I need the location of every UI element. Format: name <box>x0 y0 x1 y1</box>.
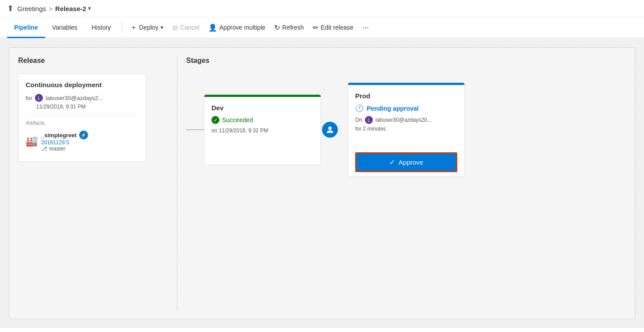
prod-user-avatar: L <box>365 116 373 124</box>
tab-history[interactable]: History <box>84 18 118 38</box>
artifact-badge: ⚡ <box>79 131 88 139</box>
tab-pipeline[interactable]: Pipeline <box>7 18 45 38</box>
breadcrumb-separator: > <box>49 5 53 12</box>
dev-meta: on 11/29/2018, 9:32 PM <box>211 127 314 134</box>
release-name: Release-2 <box>55 5 86 12</box>
edit-release-label: Edit release <box>321 24 353 31</box>
check-icon: ✓ <box>389 158 395 166</box>
artifact-icon: 🏭 <box>26 135 38 147</box>
prod-card-body: Prod 🕐 Pending approval On L labuser30@a… <box>348 85 464 142</box>
cancel-icon: ⊘ <box>172 23 178 32</box>
breadcrumb-project[interactable]: Greetings <box>17 5 46 12</box>
stages-column: Stages Dev ✓ Succeeded on 11/29/2018, 9:… <box>177 57 626 310</box>
release-card-user: for L labuser30@azdays2... <box>26 94 139 102</box>
tab-pipeline-label: Pipeline <box>14 24 38 31</box>
cancel-label: Cancel <box>180 24 199 31</box>
release-date: 11/29/2018, 9:31 PM <box>26 104 139 110</box>
main-canvas: Release Continuous deployment for L labu… <box>0 39 644 328</box>
edit-release-button[interactable]: ✏ Edit release <box>308 21 358 35</box>
approver-avatar <box>321 121 339 139</box>
release-card: Continuous deployment for L labuser30@az… <box>18 73 146 162</box>
stage-card-prod: Prod 🕐 Pending approval On L labuser30@a… <box>348 82 465 177</box>
artifacts-label: Artifacts <box>26 120 139 126</box>
refresh-button[interactable]: ↻ Refresh <box>270 21 308 35</box>
tab-variables[interactable]: Variables <box>45 18 84 38</box>
cancel-button[interactable]: ⊘ Cancel <box>168 21 204 35</box>
success-icon: ✓ <box>211 116 219 124</box>
artifact-branch: ⎇ master <box>41 146 88 152</box>
breadcrumb: ⬆ Greetings > Release-2 ▾ <box>0 0 644 17</box>
approve-button[interactable]: ✓ Approve <box>355 152 457 172</box>
on-label: On <box>355 117 362 123</box>
user-avatar: L <box>35 94 43 102</box>
prod-stage-name: Prod <box>355 92 457 100</box>
svg-point-0 <box>328 127 331 130</box>
release-column: Release Continuous deployment for L labu… <box>18 57 177 310</box>
prod-status-label: Pending approval <box>367 105 418 112</box>
prod-status: 🕐 Pending approval <box>355 104 457 112</box>
edit-icon: ✏ <box>313 23 318 32</box>
toolbar-separator <box>122 22 122 33</box>
connector-line-1 <box>186 129 204 130</box>
approve-button-area: ✓ Approve <box>348 148 464 177</box>
dev-card-body: Dev ✓ Succeeded on 11/29/2018, 9:32 PM <box>204 97 321 143</box>
tab-variables-label: Variables <box>52 24 77 31</box>
branch-icon: ⎇ <box>41 146 47 152</box>
artifact-info: _simplegreet ⚡ 20181129.5 ⎇ master <box>41 131 88 152</box>
dev-status: ✓ Succeeded <box>211 116 314 124</box>
pipeline-area: Release Continuous deployment for L labu… <box>9 47 635 319</box>
approve-label: Approve <box>399 158 423 166</box>
prod-user-name: labuser30@azdays20... <box>376 117 431 123</box>
tab-history-label: History <box>92 24 111 31</box>
for-label: for <box>26 95 32 101</box>
prod-duration: for 2 minutes <box>355 126 457 132</box>
project-icon: ⬆ <box>7 4 14 13</box>
release-section-title: Release <box>18 57 168 65</box>
release-card-title: Continuous deployment <box>26 81 139 89</box>
refresh-icon: ↻ <box>274 23 280 32</box>
user-name: labuser30@azdays2... <box>46 95 103 101</box>
artifact-name-text: _simplegreet <box>41 132 77 139</box>
more-options-button[interactable]: ··· <box>358 20 373 35</box>
deploy-button[interactable]: ＋ Deploy ▾ <box>126 20 168 35</box>
artifact-item: 🏭 _simplegreet ⚡ 20181129.5 ⎇ master <box>26 131 139 152</box>
clock-icon: 🕐 <box>355 104 364 112</box>
breadcrumb-release[interactable]: Release-2 ▾ <box>55 5 91 12</box>
approve-multiple-label: Approve multiple <box>219 24 265 31</box>
dev-stage-name: Dev <box>211 104 314 112</box>
artifact-version[interactable]: 20181129.5 <box>41 139 88 146</box>
person-icon: 👤 <box>208 23 217 32</box>
deploy-label: Deploy <box>139 24 159 31</box>
toolbar: Pipeline Variables History ＋ Deploy ▾ ⊘ … <box>0 17 644 39</box>
stages-section-title: Stages <box>186 57 626 65</box>
prod-user: On L labuser30@azdays20... <box>355 116 457 124</box>
more-options-icon: ··· <box>362 23 369 32</box>
deploy-chevron-icon: ▾ <box>161 24 163 31</box>
branch-name: master <box>49 146 65 152</box>
plus-icon: ＋ <box>130 23 137 32</box>
stages-row: Dev ✓ Succeeded on 11/29/2018, 9:32 PM <box>186 82 626 177</box>
release-divider <box>26 115 139 116</box>
artifact-name: _simplegreet ⚡ <box>41 131 88 139</box>
chevron-down-icon: ▾ <box>88 5 91 12</box>
stage-card-dev: Dev ✓ Succeeded on 11/29/2018, 9:32 PM <box>204 94 321 165</box>
approve-multiple-button[interactable]: 👤 Approve multiple <box>204 21 270 35</box>
dev-status-label: Succeeded <box>222 116 253 124</box>
refresh-label: Refresh <box>282 24 304 31</box>
